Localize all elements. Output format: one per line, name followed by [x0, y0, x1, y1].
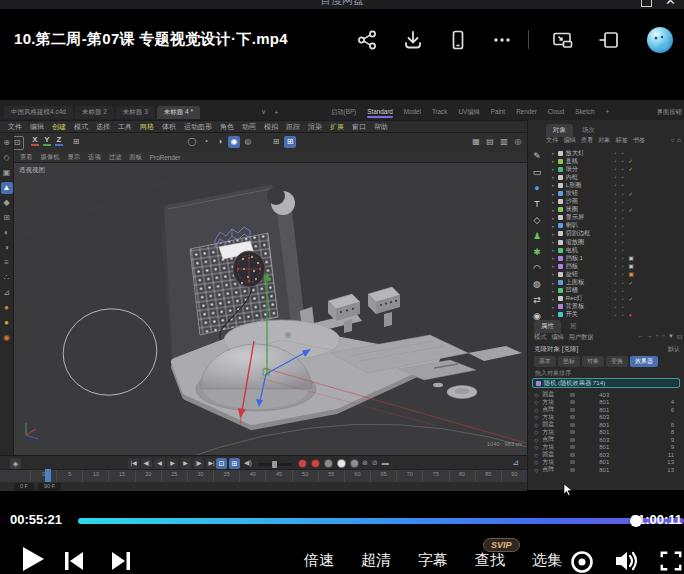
menu-item[interactable]: 渲染	[308, 122, 322, 132]
share-icon[interactable]	[356, 29, 378, 51]
interface-button[interactable]: 界面按钮	[657, 108, 682, 117]
attr-nav-icon[interactable]: ↑	[655, 333, 658, 340]
menu-item[interactable]: 帮助	[374, 122, 388, 132]
visibility-dots[interactable]	[615, 199, 626, 205]
create-object-icon[interactable]: ●	[530, 182, 544, 194]
slider-knob[interactable]	[272, 461, 277, 468]
attr-nav-icon[interactable]: ▼	[668, 333, 674, 340]
menu-item[interactable]: 跟踪	[286, 122, 300, 132]
mode-icon[interactable]: ⊕	[1, 137, 13, 149]
menu-item[interactable]: 选择	[96, 122, 110, 132]
player-text-button[interactable]: 超清	[361, 551, 391, 570]
attr-menu-item[interactable]: 用户数据	[569, 333, 594, 342]
mode-icon[interactable]: ●	[1, 302, 13, 314]
viewport-menu-item[interactable]: 显示	[67, 153, 80, 162]
attr-menu-item[interactable]: 模式	[534, 333, 546, 342]
record-button[interactable]	[298, 459, 307, 468]
render-icon[interactable]: ▥	[498, 136, 510, 148]
visibility-dots[interactable]	[615, 280, 626, 286]
phone-icon[interactable]	[447, 29, 469, 51]
visibility-dots[interactable]	[615, 255, 626, 261]
menu-item[interactable]: 模式	[74, 122, 88, 132]
mode-icon[interactable]: ●	[1, 317, 13, 329]
create-object-icon[interactable]: ♟	[530, 230, 544, 242]
visibility-dots[interactable]	[615, 247, 626, 253]
more-icon[interactable]	[491, 29, 513, 51]
frame-ruler[interactable]: 051015202530354045505560657075808590	[0, 469, 527, 482]
viewport-menu-item[interactable]: 过滤	[109, 153, 122, 162]
mode-icon[interactable]: ≡	[1, 257, 13, 269]
toolbar-icon[interactable]: ◑	[214, 136, 226, 148]
visibility-dots[interactable]	[615, 158, 626, 164]
layout-tab[interactable]: Model	[399, 106, 426, 120]
transport-button[interactable]: ▶	[167, 458, 178, 469]
autokey-icon[interactable]: ⊗	[362, 459, 368, 467]
previous-episode-button[interactable]	[62, 549, 86, 573]
panel-tab[interactable]: 层	[563, 320, 584, 333]
om-menu-item[interactable]: 查看	[581, 136, 593, 145]
create-object-icon[interactable]: ◇	[530, 214, 544, 226]
menu-item[interactable]: 角色	[220, 122, 234, 132]
download-icon[interactable]	[402, 29, 424, 51]
visibility-dots[interactable]	[615, 215, 626, 221]
visibility-dots[interactable]	[615, 191, 626, 197]
tab-extra-icon[interactable]: +	[271, 107, 281, 118]
mode-icon[interactable]: ▣	[1, 167, 13, 179]
autokey-icon[interactable]: ⊘	[372, 459, 378, 467]
layout-tab[interactable]: Track	[427, 106, 453, 120]
render-icon[interactable]: ▤	[484, 136, 496, 148]
axis-lock[interactable]: X	[30, 135, 40, 146]
menu-item[interactable]: 体积	[162, 122, 176, 132]
viewport-label[interactable]: 透视视图	[19, 166, 45, 175]
panel-tab[interactable]: 属性	[534, 320, 561, 333]
attr-nav-icon[interactable]: ←	[637, 333, 643, 340]
om-menu-item[interactable]: 文件	[546, 136, 558, 145]
fullscreen-icon[interactable]	[659, 549, 683, 573]
create-object-icon[interactable]: ▭	[530, 166, 544, 178]
attribute-pill[interactable]: 对象	[582, 356, 604, 367]
menu-item[interactable]: 扩展	[330, 122, 344, 132]
mini-window-icon[interactable]	[597, 29, 619, 51]
create-object-icon[interactable]: ✎	[530, 150, 544, 162]
mode-icon[interactable]: ▲	[1, 182, 13, 194]
picture-in-picture-icon[interactable]	[551, 29, 573, 51]
playhead[interactable]	[45, 469, 51, 482]
viewport-menu-item[interactable]: 查看	[20, 153, 33, 162]
attr-nav-icon[interactable]: ○	[661, 333, 665, 340]
attribute-pill[interactable]: 效果器	[630, 356, 658, 367]
transport-button[interactable]: |▶	[193, 458, 204, 469]
mode-icon[interactable]: ◑	[1, 242, 13, 254]
dlna-icon[interactable]	[569, 549, 595, 574]
player-text-button[interactable]: 查找	[475, 551, 505, 570]
menu-item[interactable]: 创建	[52, 122, 66, 132]
transport-button[interactable]: ◀|	[141, 458, 152, 469]
mode-icon[interactable]: ◉	[1, 332, 13, 344]
record-button[interactable]	[324, 459, 333, 468]
visibility-dots[interactable]	[615, 150, 626, 156]
visibility-dots[interactable]	[615, 263, 626, 269]
layout-tab[interactable]: +	[601, 106, 615, 120]
next-episode-button[interactable]	[109, 549, 133, 573]
menu-item[interactable]: 文件	[8, 122, 22, 132]
layout-tab[interactable]: Sketch	[570, 106, 599, 120]
om-menu-item[interactable]: 标签	[616, 136, 628, 145]
coord-system-icon[interactable]: ⊞	[70, 136, 82, 148]
attribute-pill[interactable]: 变换	[606, 356, 628, 367]
volume-icon[interactable]	[613, 548, 641, 574]
visibility-dots[interactable]	[615, 174, 626, 180]
transport-button[interactable]: ◀	[154, 458, 165, 469]
viewport-3d[interactable]: 透视视图 1040 : 983 px	[14, 163, 527, 455]
autokey-icon[interactable]: ▬	[382, 459, 389, 467]
attribute-default-button[interactable]: 默认	[668, 345, 680, 354]
visibility-dots[interactable]	[615, 231, 626, 237]
viewport-menu-item[interactable]: ProRender	[150, 154, 180, 161]
visibility-dots[interactable]	[615, 166, 626, 172]
tab-extra-icon[interactable]: ∨	[258, 106, 269, 118]
visibility-dots[interactable]	[615, 312, 626, 318]
mode-icon[interactable]: ⊿	[1, 287, 13, 299]
snap-icon[interactable]: ⊞	[284, 136, 296, 148]
toolbar-icon[interactable]: ◔	[200, 136, 212, 148]
fcurve-icon[interactable]: ⊿	[512, 458, 519, 467]
create-object-icon[interactable]: ✱	[530, 246, 544, 258]
om-menu-item[interactable]: 编辑	[563, 136, 575, 145]
